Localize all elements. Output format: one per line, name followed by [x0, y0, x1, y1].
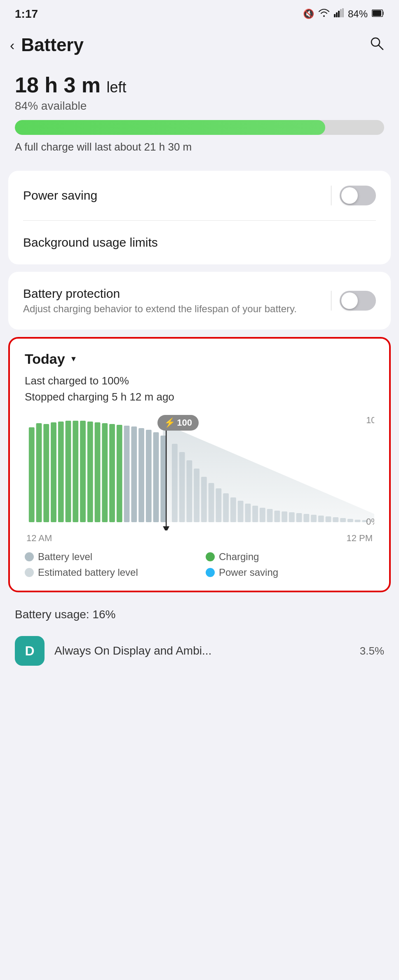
svg-rect-11 — [43, 424, 49, 522]
app-icon: D — [15, 636, 45, 666]
status-time: 1:17 — [15, 7, 38, 21]
svg-rect-36 — [223, 493, 229, 522]
svg-rect-17 — [87, 422, 93, 522]
app-list-item[interactable]: D Always On Display and Ambi... 3.5% — [15, 628, 384, 674]
battery-protection-text: Battery protection Adjust charging behav… — [23, 287, 297, 315]
battery-protection-label: Battery protection — [23, 287, 297, 301]
battery-level-label: Battery level — [38, 551, 92, 563]
svg-point-7 — [371, 38, 380, 46]
chart-wrapper: ⚡ 100 — [25, 415, 374, 544]
svg-rect-38 — [238, 501, 244, 522]
x-label-end: 12 PM — [346, 533, 373, 544]
toggle-divider-2 — [331, 291, 331, 311]
toggle-divider — [331, 186, 331, 205]
page-title: Battery — [21, 35, 84, 55]
svg-rect-51 — [333, 517, 338, 522]
svg-rect-42 — [267, 509, 273, 522]
svg-text:0%: 0% — [366, 516, 374, 527]
chart-x-labels: 12 AM 12 PM — [25, 530, 374, 544]
battery-hours-minutes: 18 h 3 m — [15, 73, 101, 97]
battery-percent-status: 84% — [348, 8, 368, 20]
svg-rect-26 — [153, 432, 159, 522]
status-bar: 1:17 🔇 84% — [0, 0, 399, 25]
power-saving-item[interactable]: Power saving — [8, 171, 391, 220]
svg-rect-3 — [340, 9, 342, 17]
svg-rect-25 — [146, 430, 152, 522]
power-saving-legend-label: Power saving — [219, 567, 278, 578]
svg-text:100: 100 — [366, 415, 374, 425]
legend-battery-level: Battery level — [25, 551, 193, 563]
svg-rect-34 — [209, 483, 214, 522]
today-header[interactable]: Today ▼ — [25, 351, 374, 367]
battery-protection-toggle-wrapper — [331, 291, 376, 311]
background-usage-item[interactable]: Background usage limits — [8, 221, 391, 264]
today-card: Today ▼ Last charged to 100% Stopped cha… — [8, 337, 391, 592]
charged-line: Last charged to 100% — [25, 373, 374, 389]
svg-rect-39 — [245, 504, 251, 522]
svg-rect-6 — [373, 10, 381, 16]
svg-rect-22 — [124, 426, 130, 522]
svg-rect-45 — [289, 512, 295, 522]
charge-bubble: ⚡ 100 — [157, 415, 199, 431]
signal-icon — [334, 8, 344, 20]
legend-power-saving: Power saving — [206, 567, 374, 578]
battery-level-dot — [25, 552, 34, 561]
app-pct: 3.5% — [360, 645, 384, 657]
svg-rect-43 — [274, 511, 280, 522]
svg-rect-13 — [58, 422, 64, 522]
page-header: ‹ Battery — [0, 25, 399, 65]
svg-rect-41 — [260, 508, 265, 522]
estimated-label: Estimated battery level — [38, 567, 138, 578]
svg-rect-14 — [66, 421, 71, 522]
svg-rect-12 — [51, 422, 56, 522]
svg-rect-33 — [201, 477, 207, 522]
app-name: Always On Display and Ambi... — [54, 644, 350, 657]
svg-rect-35 — [216, 488, 221, 522]
battery-chart-svg: 100 0% — [25, 415, 374, 530]
battery-bar-container — [15, 120, 384, 135]
svg-rect-9 — [29, 427, 35, 522]
svg-rect-30 — [179, 452, 185, 522]
battery-protection-card: Battery protection Adjust charging behav… — [8, 272, 391, 330]
svg-marker-28 — [163, 526, 169, 530]
svg-rect-15 — [73, 421, 78, 522]
power-saving-toggle-wrapper — [331, 186, 376, 205]
today-title: Today — [25, 351, 65, 367]
battery-protection-toggle[interactable] — [340, 291, 376, 311]
app-icon-letter: D — [25, 643, 34, 659]
svg-rect-24 — [138, 428, 144, 522]
svg-rect-19 — [102, 423, 108, 522]
svg-rect-4 — [342, 8, 344, 17]
mute-icon: 🔇 — [303, 9, 314, 19]
svg-rect-0 — [334, 14, 336, 17]
battery-icon-status — [372, 9, 384, 19]
svg-rect-23 — [131, 426, 137, 522]
legend-estimated: Estimated battery level — [25, 567, 193, 578]
svg-rect-21 — [117, 425, 122, 522]
search-button[interactable] — [369, 36, 384, 54]
svg-rect-29 — [172, 444, 178, 522]
status-icons: 🔇 84% — [303, 8, 384, 20]
svg-rect-32 — [194, 469, 200, 522]
svg-rect-10 — [36, 423, 42, 522]
left-label: left — [107, 79, 127, 96]
full-charge-note: A full charge will last about 21 h 30 m — [15, 141, 384, 153]
svg-rect-54 — [355, 520, 361, 522]
back-button[interactable]: ‹ — [10, 37, 14, 53]
svg-rect-2 — [338, 11, 340, 17]
svg-rect-40 — [252, 506, 258, 522]
battery-bar-fill — [15, 120, 325, 135]
power-saving-card: Power saving Background usage limits — [8, 171, 391, 264]
svg-rect-50 — [326, 516, 331, 522]
battery-available-percent: 84% available — [15, 99, 384, 113]
svg-rect-31 — [186, 460, 192, 522]
power-saving-dot — [206, 568, 215, 577]
legend-charging: Charging — [206, 551, 374, 563]
chart-area: ⚡ 100 — [25, 415, 374, 530]
toggle-thumb — [341, 187, 358, 204]
power-saving-toggle[interactable] — [340, 186, 376, 205]
svg-rect-37 — [230, 497, 236, 522]
battery-protection-item[interactable]: Battery protection Adjust charging behav… — [8, 272, 391, 330]
svg-line-8 — [379, 45, 383, 49]
svg-rect-20 — [109, 424, 115, 522]
